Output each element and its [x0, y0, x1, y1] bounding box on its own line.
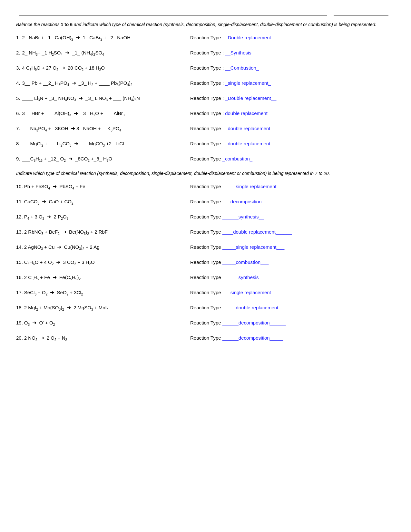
reaction-row: 20.2 NO2 ➜ 2 O2 + N2Reaction Type ______…: [16, 334, 395, 342]
reaction-equation: 8.___MgCl2 +___ Li2CO3 ➜ ___MgCO3 +2_ Li…: [16, 140, 187, 148]
reaction-row: 13.2 RbNO3 + BeF2 ➜ Be(NO3)2 + 2 RbFReac…: [16, 228, 395, 236]
reactions2-section: 10.Pb + FeSO4 ➜ PbSO4 + FeReaction Type …: [16, 183, 395, 342]
reaction-equation: 17.SeCl6 + O2 ➜ SeO2 + 3Cl2: [16, 289, 187, 297]
reaction-row: 10.Pb + FeSO4 ➜ PbSO4 + FeReaction Type …: [16, 183, 395, 191]
reaction-type: Reaction Type ______synthesis__: [190, 214, 395, 219]
instructions-2: Indicate which type of chemical reaction…: [16, 170, 395, 177]
reaction-type: Reaction Type ______synthesis______: [190, 275, 395, 280]
reaction-type: Reaction Type : _Double replacement: [190, 35, 395, 40]
reaction-row: 15.C3H6O + 4 O2 ➜ 3 CO2 + 3 H2OReaction …: [16, 258, 395, 266]
reaction-equation: 6.3__ HBr + ___ Al(OH)3 ➜ _3_ H2O + ___ …: [16, 110, 187, 118]
reaction-type: Reaction Type _____single replacement___: [190, 244, 395, 250]
reaction-row: 6.3__ HBr + ___ Al(OH)3 ➜ _3_ H2O + ___ …: [16, 110, 395, 118]
reaction-row: 7.___Na3PO4 + _3KOH ➜3_ NaOH + __K3PO4Re…: [16, 125, 395, 133]
reaction-type: Reaction Type ___single replacement_____: [190, 290, 395, 295]
reaction-type: Reaction Type : __Combustion_: [190, 65, 395, 71]
reaction-equation: 11.CaCO3 ➜ CaO + CO2: [16, 198, 187, 206]
reaction-type: Reaction Type _____combustion___: [190, 259, 395, 265]
reaction-equation: 16.2 C5H5 + Fe ➜ Fe(C5H5)2: [16, 274, 187, 282]
reaction-row: 16.2 C5H5 + Fe ➜ Fe(C5H5)2Reaction Type …: [16, 274, 395, 282]
reaction-equation: 2.2_ NH3+ _1 H2SO4 ➜ _1_ (NH4)2SO4: [16, 49, 187, 57]
reaction-row: 18.2 MgI2 + Mn(SO3)2 ➜ 2 MgSO3 + MnI4Rea…: [16, 304, 395, 312]
reaction-type: Reaction Type _____double replacement___…: [190, 305, 395, 310]
reaction-type: Reaction Type : _Double replacement__: [190, 95, 395, 101]
reaction-type: Reaction Type : _single replacement_: [190, 80, 395, 86]
reaction-row: 19.O3 ➜ O· + O2Reaction Type ______decom…: [16, 319, 395, 327]
reaction-equation: 19.O3 ➜ O· + O2: [16, 319, 187, 327]
reaction-equation: 10.Pb + FeSO4 ➜ PbSO4 + Fe: [16, 183, 187, 191]
reaction-row: 5.____ Li3N + _3_ NH4NO3 ➜ _3_ LiNO3 + _…: [16, 94, 395, 102]
reaction-row: 2.2_ NH3+ _1 H2SO4 ➜ _1_ (NH4)2SO4Reacti…: [16, 49, 395, 57]
reaction-equation: 15.C3H6O + 4 O2 ➜ 3 CO2 + 3 H2O: [16, 258, 187, 266]
reaction-equation: 18.2 MgI2 + Mn(SO3)2 ➜ 2 MgSO3 + MnI4: [16, 304, 187, 312]
reaction-type: Reaction Type : double replacement__: [190, 111, 395, 116]
reaction-equation: 7.___Na3PO4 + _3KOH ➜3_ NaOH + __K3PO4: [16, 125, 187, 133]
instructions-1: Balance the reactions 1 to 6 and indicat…: [16, 21, 395, 28]
header: [16, 10, 395, 15]
reaction-type: Reaction Type ______decomposition______: [190, 320, 395, 325]
reaction-row: 11.CaCO3 ➜ CaO + CO2Reaction Type ___dec…: [16, 198, 395, 206]
reaction-equation: 14.2 AgNO3 + Cu ➜ Cu(NO3)2 + 2 Ag: [16, 243, 187, 251]
reaction-equation: 1.2_ NaBr + _1_ Ca(OH)2 ➜ 1_ CaBr2 + _2_…: [16, 34, 187, 42]
reaction-row: 3.4 C5H9O + 27 O2 ➜ 20 CO2 + 18 H2OReact…: [16, 64, 395, 72]
reaction-type: Reaction Type _____single replacement___…: [190, 184, 395, 189]
reaction-row: 8.___MgCl2 +___ Li2CO3 ➜ ___MgCO3 +2_ Li…: [16, 140, 395, 148]
date-line: [334, 10, 388, 15]
reaction-row: 17.SeCl6 + O2 ➜ SeO2 + 3Cl2Reaction Type…: [16, 289, 395, 297]
reaction-row: 1.2_ NaBr + _1_ Ca(OH)2 ➜ 1_ CaBr2 + _2_…: [16, 34, 395, 42]
reaction-row: 12.P4 + 3 O2 ➜ 2 P2O3Reaction Type _____…: [16, 213, 395, 221]
reaction-equation: 13.2 RbNO3 + BeF2 ➜ Be(NO3)2 + 2 RbF: [16, 228, 187, 236]
reaction-equation: 12.P4 + 3 O2 ➜ 2 P2O3: [16, 213, 187, 221]
name-line: [19, 10, 327, 15]
reaction-equation: 5.____ Li3N + _3_ NH4NO3 ➜ _3_ LiNO3 + _…: [16, 94, 187, 102]
reaction-equation: 20.2 NO2 ➜ 2 O2 + N2: [16, 334, 187, 342]
reaction-row: 9.___C8H16 + _12_ O2 ➜ _8CO2 +_8_ H2ORea…: [16, 155, 395, 163]
reaction-type: Reaction Type __double replacement__: [190, 126, 395, 131]
reaction-type: Reaction Type _combustion_: [190, 156, 395, 161]
reaction-type: Reaction Type ____double replacement____…: [190, 229, 395, 235]
reaction-row: 4.3__ Pb + __2_ H3PO4 ➜ _3_ H2 + ____ Pb…: [16, 79, 395, 87]
reaction-type: Reaction Type ___decomposition____: [190, 199, 395, 204]
reaction-type: Reaction Type __double replacement_: [190, 141, 395, 146]
reaction-equation: 9.___C8H16 + _12_ O2 ➜ _8CO2 +_8_ H2O: [16, 155, 187, 163]
reaction-equation: 4.3__ Pb + __2_ H3PO4 ➜ _3_ H2 + ____ Pb…: [16, 79, 187, 87]
reaction-equation: 3.4 C5H9O + 27 O2 ➜ 20 CO2 + 18 H2O: [16, 64, 187, 72]
reaction-row: 14.2 AgNO3 + Cu ➜ Cu(NO3)2 + 2 AgReactio…: [16, 243, 395, 251]
reaction-type: Reaction Type : __Synthesis: [190, 50, 395, 55]
reactions-section: 1.2_ NaBr + _1_ Ca(OH)2 ➜ 1_ CaBr2 + _2_…: [16, 34, 395, 163]
reaction-type: Reaction Type ______decomposition_____: [190, 335, 395, 341]
